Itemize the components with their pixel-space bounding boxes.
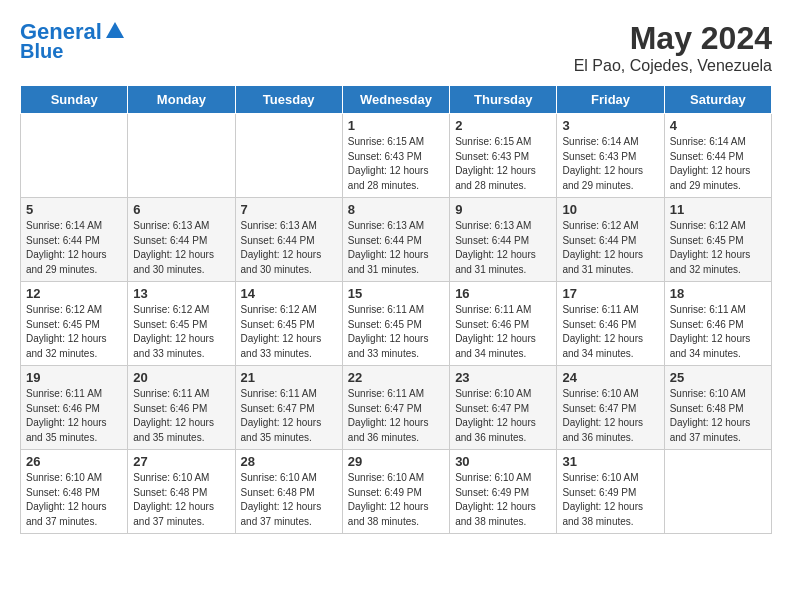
day-info: Sunrise: 6:11 AM Sunset: 6:46 PM Dayligh… bbox=[562, 303, 658, 361]
calendar-cell: 14Sunrise: 6:12 AM Sunset: 6:45 PM Dayli… bbox=[235, 282, 342, 366]
calendar-cell: 19Sunrise: 6:11 AM Sunset: 6:46 PM Dayli… bbox=[21, 366, 128, 450]
day-info: Sunrise: 6:10 AM Sunset: 6:48 PM Dayligh… bbox=[26, 471, 122, 529]
calendar-cell bbox=[128, 114, 235, 198]
day-info: Sunrise: 6:14 AM Sunset: 6:44 PM Dayligh… bbox=[26, 219, 122, 277]
day-number: 5 bbox=[26, 202, 122, 217]
svg-marker-0 bbox=[106, 22, 124, 38]
day-info: Sunrise: 6:12 AM Sunset: 6:45 PM Dayligh… bbox=[26, 303, 122, 361]
day-number: 20 bbox=[133, 370, 229, 385]
day-info: Sunrise: 6:15 AM Sunset: 6:43 PM Dayligh… bbox=[348, 135, 444, 193]
day-info: Sunrise: 6:15 AM Sunset: 6:43 PM Dayligh… bbox=[455, 135, 551, 193]
day-number: 26 bbox=[26, 454, 122, 469]
day-number: 30 bbox=[455, 454, 551, 469]
calendar-cell: 10Sunrise: 6:12 AM Sunset: 6:44 PM Dayli… bbox=[557, 198, 664, 282]
calendar-cell: 4Sunrise: 6:14 AM Sunset: 6:44 PM Daylig… bbox=[664, 114, 771, 198]
calendar-cell: 22Sunrise: 6:11 AM Sunset: 6:47 PM Dayli… bbox=[342, 366, 449, 450]
day-number: 8 bbox=[348, 202, 444, 217]
calendar-table: SundayMondayTuesdayWednesdayThursdayFrid… bbox=[20, 85, 772, 534]
day-info: Sunrise: 6:10 AM Sunset: 6:49 PM Dayligh… bbox=[562, 471, 658, 529]
day-number: 7 bbox=[241, 202, 337, 217]
day-number: 9 bbox=[455, 202, 551, 217]
day-number: 11 bbox=[670, 202, 766, 217]
calendar-cell: 17Sunrise: 6:11 AM Sunset: 6:46 PM Dayli… bbox=[557, 282, 664, 366]
calendar-cell: 15Sunrise: 6:11 AM Sunset: 6:45 PM Dayli… bbox=[342, 282, 449, 366]
day-info: Sunrise: 6:13 AM Sunset: 6:44 PM Dayligh… bbox=[455, 219, 551, 277]
day-info: Sunrise: 6:10 AM Sunset: 6:49 PM Dayligh… bbox=[455, 471, 551, 529]
calendar-cell: 30Sunrise: 6:10 AM Sunset: 6:49 PM Dayli… bbox=[450, 450, 557, 534]
weekday-header-thursday: Thursday bbox=[450, 86, 557, 114]
location-title: El Pao, Cojedes, Venezuela bbox=[574, 57, 772, 75]
calendar-cell: 28Sunrise: 6:10 AM Sunset: 6:48 PM Dayli… bbox=[235, 450, 342, 534]
calendar-cell: 16Sunrise: 6:11 AM Sunset: 6:46 PM Dayli… bbox=[450, 282, 557, 366]
day-info: Sunrise: 6:10 AM Sunset: 6:48 PM Dayligh… bbox=[241, 471, 337, 529]
calendar-cell: 12Sunrise: 6:12 AM Sunset: 6:45 PM Dayli… bbox=[21, 282, 128, 366]
weekday-header-tuesday: Tuesday bbox=[235, 86, 342, 114]
calendar-cell: 26Sunrise: 6:10 AM Sunset: 6:48 PM Dayli… bbox=[21, 450, 128, 534]
day-info: Sunrise: 6:12 AM Sunset: 6:45 PM Dayligh… bbox=[670, 219, 766, 277]
calendar-cell bbox=[21, 114, 128, 198]
day-number: 29 bbox=[348, 454, 444, 469]
day-info: Sunrise: 6:10 AM Sunset: 6:47 PM Dayligh… bbox=[455, 387, 551, 445]
day-info: Sunrise: 6:11 AM Sunset: 6:46 PM Dayligh… bbox=[26, 387, 122, 445]
day-number: 19 bbox=[26, 370, 122, 385]
weekday-header-sunday: Sunday bbox=[21, 86, 128, 114]
calendar-week-row: 1Sunrise: 6:15 AM Sunset: 6:43 PM Daylig… bbox=[21, 114, 772, 198]
calendar-cell: 8Sunrise: 6:13 AM Sunset: 6:44 PM Daylig… bbox=[342, 198, 449, 282]
day-info: Sunrise: 6:13 AM Sunset: 6:44 PM Dayligh… bbox=[348, 219, 444, 277]
calendar-cell: 23Sunrise: 6:10 AM Sunset: 6:47 PM Dayli… bbox=[450, 366, 557, 450]
calendar-cell: 27Sunrise: 6:10 AM Sunset: 6:48 PM Dayli… bbox=[128, 450, 235, 534]
calendar-cell: 31Sunrise: 6:10 AM Sunset: 6:49 PM Dayli… bbox=[557, 450, 664, 534]
day-number: 24 bbox=[562, 370, 658, 385]
calendar-cell: 20Sunrise: 6:11 AM Sunset: 6:46 PM Dayli… bbox=[128, 366, 235, 450]
day-info: Sunrise: 6:11 AM Sunset: 6:46 PM Dayligh… bbox=[670, 303, 766, 361]
day-number: 16 bbox=[455, 286, 551, 301]
calendar-cell: 24Sunrise: 6:10 AM Sunset: 6:47 PM Dayli… bbox=[557, 366, 664, 450]
day-info: Sunrise: 6:11 AM Sunset: 6:47 PM Dayligh… bbox=[241, 387, 337, 445]
day-number: 1 bbox=[348, 118, 444, 133]
calendar-cell: 25Sunrise: 6:10 AM Sunset: 6:48 PM Dayli… bbox=[664, 366, 771, 450]
weekday-header-monday: Monday bbox=[128, 86, 235, 114]
day-number: 22 bbox=[348, 370, 444, 385]
day-number: 4 bbox=[670, 118, 766, 133]
day-info: Sunrise: 6:12 AM Sunset: 6:44 PM Dayligh… bbox=[562, 219, 658, 277]
day-info: Sunrise: 6:11 AM Sunset: 6:47 PM Dayligh… bbox=[348, 387, 444, 445]
calendar-cell: 13Sunrise: 6:12 AM Sunset: 6:45 PM Dayli… bbox=[128, 282, 235, 366]
day-number: 25 bbox=[670, 370, 766, 385]
logo: General Blue bbox=[20, 20, 126, 62]
day-number: 13 bbox=[133, 286, 229, 301]
day-number: 14 bbox=[241, 286, 337, 301]
day-number: 28 bbox=[241, 454, 337, 469]
month-title: May 2024 bbox=[574, 20, 772, 57]
day-number: 31 bbox=[562, 454, 658, 469]
day-number: 6 bbox=[133, 202, 229, 217]
day-number: 2 bbox=[455, 118, 551, 133]
day-info: Sunrise: 6:13 AM Sunset: 6:44 PM Dayligh… bbox=[241, 219, 337, 277]
day-info: Sunrise: 6:13 AM Sunset: 6:44 PM Dayligh… bbox=[133, 219, 229, 277]
weekday-header-wednesday: Wednesday bbox=[342, 86, 449, 114]
day-info: Sunrise: 6:11 AM Sunset: 6:46 PM Dayligh… bbox=[133, 387, 229, 445]
day-number: 3 bbox=[562, 118, 658, 133]
day-info: Sunrise: 6:12 AM Sunset: 6:45 PM Dayligh… bbox=[133, 303, 229, 361]
weekday-header-friday: Friday bbox=[557, 86, 664, 114]
calendar-cell: 7Sunrise: 6:13 AM Sunset: 6:44 PM Daylig… bbox=[235, 198, 342, 282]
calendar-cell: 9Sunrise: 6:13 AM Sunset: 6:44 PM Daylig… bbox=[450, 198, 557, 282]
day-number: 15 bbox=[348, 286, 444, 301]
day-info: Sunrise: 6:10 AM Sunset: 6:48 PM Dayligh… bbox=[133, 471, 229, 529]
calendar-cell bbox=[235, 114, 342, 198]
page-header: General Blue May 2024 El Pao, Cojedes, V… bbox=[20, 20, 772, 75]
day-number: 17 bbox=[562, 286, 658, 301]
day-number: 10 bbox=[562, 202, 658, 217]
calendar-cell: 29Sunrise: 6:10 AM Sunset: 6:49 PM Dayli… bbox=[342, 450, 449, 534]
weekday-header-saturday: Saturday bbox=[664, 86, 771, 114]
calendar-cell: 3Sunrise: 6:14 AM Sunset: 6:43 PM Daylig… bbox=[557, 114, 664, 198]
calendar-cell bbox=[664, 450, 771, 534]
calendar-week-row: 19Sunrise: 6:11 AM Sunset: 6:46 PM Dayli… bbox=[21, 366, 772, 450]
day-number: 18 bbox=[670, 286, 766, 301]
day-info: Sunrise: 6:10 AM Sunset: 6:48 PM Dayligh… bbox=[670, 387, 766, 445]
logo-arrow-icon bbox=[104, 20, 126, 42]
calendar-week-row: 26Sunrise: 6:10 AM Sunset: 6:48 PM Dayli… bbox=[21, 450, 772, 534]
day-info: Sunrise: 6:10 AM Sunset: 6:49 PM Dayligh… bbox=[348, 471, 444, 529]
calendar-cell: 2Sunrise: 6:15 AM Sunset: 6:43 PM Daylig… bbox=[450, 114, 557, 198]
day-number: 21 bbox=[241, 370, 337, 385]
day-number: 12 bbox=[26, 286, 122, 301]
